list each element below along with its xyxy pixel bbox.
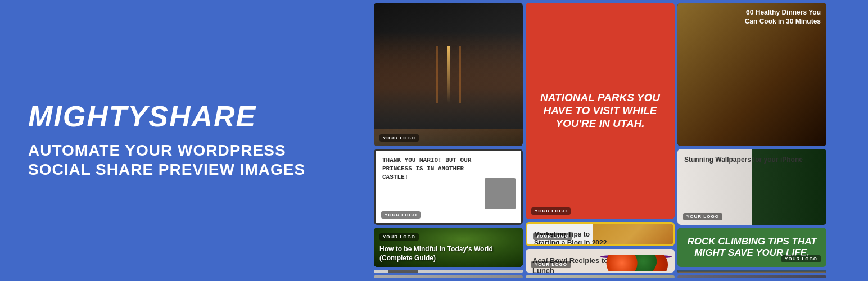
card-extra-1: [374, 275, 523, 278]
mario-logo: Your Logo: [381, 211, 421, 219]
beach-background: [677, 270, 826, 273]
card-mario: Thank you Mario! But our princess is in …: [374, 149, 523, 225]
card-rock-climbing: Rock Climbing Tips That Might Save Your …: [677, 228, 826, 267]
road-logo: Your Logo: [379, 134, 419, 142]
brand-subtitle: Automate Your WordPress Social Share Pre…: [28, 141, 343, 179]
card-marketing: Marketing Tips to Starting a Blog in 202…: [526, 222, 675, 246]
brand-title: MightyShare: [28, 102, 343, 131]
card-acai: Açaí Bowl Recipies to Level Up Your Lunc…: [526, 249, 675, 273]
card-grid: Your Logo Thank you Mario! But our princ…: [371, 0, 868, 281]
left-panel: MightyShare Automate Your WordPress Soci…: [0, 0, 371, 281]
mindful-label: How to be Mindful in Today's World (Comp…: [379, 245, 517, 262]
card-road: Your Logo: [374, 3, 523, 146]
mindful-logo: Your Logo: [379, 233, 419, 241]
wallpaper-logo: Your Logo: [683, 213, 722, 220]
card-healthy: 60 Healthy Dinners You Can Cook in 30 Mi…: [677, 3, 826, 146]
card-extra-2: [526, 275, 675, 278]
healthy-text: 60 Healthy Dinners You Can Cook in 30 Mi…: [739, 8, 821, 26]
acai-toppings: [600, 255, 672, 271]
acai-logo: Your Logo: [531, 261, 571, 268]
national-text: National Parks You Have to Visit While Y…: [526, 86, 675, 135]
wallpaper-text: Stunning Wallpapers for your iPhone: [684, 156, 803, 165]
card-interview: Interview with John Smith and His Top Ti…: [374, 270, 523, 273]
card-mindful: Your Logo How to be Mindful in Today's W…: [374, 228, 523, 267]
card-extra-3: [677, 275, 826, 278]
road-lines: [447, 46, 450, 103]
card-beaches: 8 Stunning Beaches to Visit this Summer: [677, 270, 826, 273]
rock-logo: Your Logo: [781, 255, 821, 262]
national-logo: Your Logo: [531, 207, 571, 215]
marketing-logo: Your Logo: [533, 233, 572, 240]
mario-text: Thank you Mario! But our princess is in …: [382, 156, 482, 182]
card-wallpaper: Stunning Wallpapers for your iPhone Your…: [677, 149, 826, 225]
mario-image: [485, 178, 516, 209]
card-national-parks: National Parks You Have to Visit While Y…: [526, 3, 675, 219]
